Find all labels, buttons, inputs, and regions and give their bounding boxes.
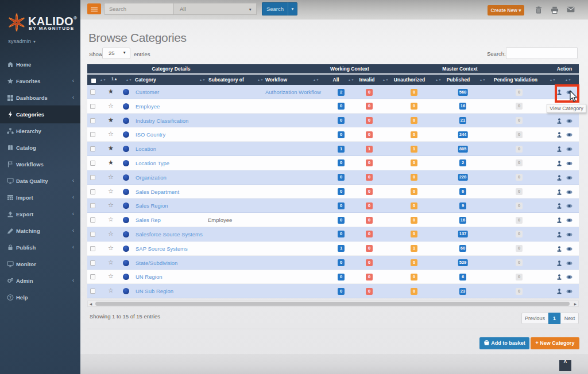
svg-text:?: ? <box>9 295 11 299</box>
